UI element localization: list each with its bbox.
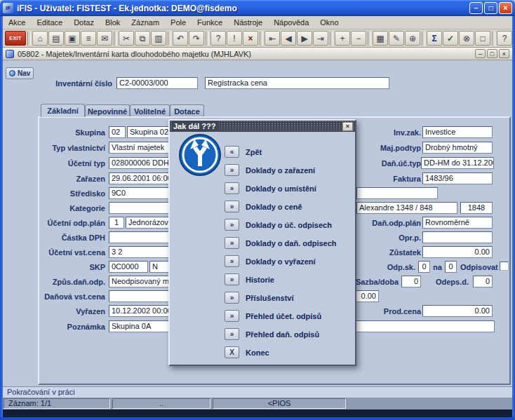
window-titlebar[interactable]: iF iFIS - Uživatel: FISTEST - Ek.jednotk… — [0, 0, 515, 16]
inner-window-titlebar[interactable]: 05802 - Majetek/Inventární karta dlouhod… — [3, 48, 512, 60]
undo-icon[interactable]: ↶ — [173, 31, 188, 46]
odeps-d-field[interactable]: 0 — [473, 276, 493, 287]
odpisovat-checkbox[interactable] — [500, 262, 509, 271]
next-record-icon[interactable]: ▶ — [297, 31, 312, 46]
dialog-action-button[interactable]: » Doklady o úč. odpisech — [225, 219, 337, 231]
inventarni-cislo-field[interactable]: C2-00003/000 — [116, 77, 198, 89]
save-icon[interactable]: ▣ — [65, 31, 80, 46]
tab-dotace[interactable]: Dotace — [170, 104, 204, 117]
dialog-action-button[interactable]: » Příslušenství — [225, 292, 337, 304]
tab-nepovinne[interactable]: Nepovinné — [85, 104, 130, 117]
tab-zakladni[interactable]: Základní — [41, 104, 85, 117]
delete-record-icon[interactable]: − — [351, 31, 366, 46]
vyrazen-label: Vyřazen — [7, 306, 105, 316]
prod-cena-field[interactable]: 0.00 — [422, 305, 493, 317]
exit-icon[interactable]: EXIT — [5, 31, 26, 46]
dialog-action-button[interactable]: » Přehled účet. odpisů — [225, 310, 337, 322]
stredisko-field[interactable]: 9C0 — [109, 187, 169, 199]
danova-vst-cena-label: Daňová vst.cena — [7, 292, 105, 302]
close-button[interactable]: × — [499, 2, 512, 14]
menu-item[interactable]: Nápověda — [268, 17, 314, 28]
help-icon[interactable]: ? — [497, 31, 512, 46]
maj-podtyp-field[interactable]: Drobný hmotný — [422, 142, 493, 154]
dialog-action-button[interactable]: » Doklady o zařazení — [225, 164, 337, 176]
umisteni-field[interactable]: Alexandre 1348 / 848 — [356, 202, 457, 214]
dialog-action-button[interactable]: « Zpět — [225, 146, 337, 158]
edit-icon[interactable]: ✎ — [389, 31, 404, 46]
lock-icon[interactable]: ⊗ — [459, 31, 474, 46]
menu-item[interactable]: Nástroje — [228, 17, 268, 28]
sazba-field[interactable]: 0 — [401, 276, 421, 287]
cut-icon[interactable]: ✂ — [119, 31, 134, 46]
action-arrow-icon: » — [225, 237, 239, 249]
first-record-icon[interactable]: ⇤ — [265, 31, 280, 46]
form-icon — [6, 50, 14, 58]
enter-query-icon[interactable]: ? — [210, 31, 226, 46]
toolbar-separator — [260, 32, 263, 46]
faktura-label: Faktura — [354, 174, 421, 184]
menu-item[interactable]: Okno — [314, 17, 344, 28]
open-icon[interactable]: ▤ — [48, 31, 64, 46]
inv-zak-field[interactable]: Investice — [422, 126, 493, 138]
dialog-action-button[interactable]: » Doklady o daň. odpisech — [225, 237, 337, 249]
castka-dph-label: Částka DPH — [7, 233, 105, 243]
mail-icon[interactable]: ✉ — [97, 31, 112, 46]
copy-icon[interactable]: ⧉ — [135, 31, 150, 46]
nazev-field[interactable]: Registracka cena — [205, 77, 389, 89]
minimize-button[interactable]: – — [469, 2, 483, 14]
skp-field[interactable]: 0C0000 — [109, 261, 148, 273]
skupina-code-field[interactable]: 02 — [109, 126, 126, 138]
list-values-icon[interactable]: ▦ — [373, 31, 388, 46]
menu-item[interactable]: Dotaz — [68, 17, 100, 28]
print-icon[interactable]: ≡ — [81, 31, 96, 46]
dialog-action-button[interactable]: » Přehled daň. odpisů — [225, 328, 337, 340]
inner-close-button[interactable]: × — [499, 49, 509, 58]
dialog-action-button[interactable]: » Doklady o vyřazení — [225, 255, 337, 267]
sum-icon[interactable]: Σ — [427, 31, 442, 46]
attachment-icon[interactable]: ⊕ — [405, 31, 420, 46]
dialog-close-icon[interactable]: × — [342, 122, 353, 131]
menu-item[interactable]: Pole — [165, 17, 192, 28]
redo-icon[interactable]: ↷ — [189, 31, 204, 46]
tab-volitelne[interactable]: Volitelné — [130, 104, 170, 117]
dialog-action-button[interactable]: » Doklady o umístění — [225, 182, 337, 194]
menu-item[interactable]: Funkce — [192, 17, 228, 28]
nav-tab[interactable]: Nav — [6, 67, 34, 79]
zustatek-field[interactable]: 0.00 — [422, 246, 493, 258]
dialog-action-button[interactable]: X Konec — [225, 346, 337, 358]
cancel-query-icon[interactable]: × — [243, 31, 258, 46]
opr-p-field[interactable] — [422, 231, 493, 243]
maximize-button[interactable]: □ — [484, 2, 497, 14]
dialog-action-button[interactable]: » Doklady o ceně — [225, 201, 337, 212]
odp-sk2-field[interactable]: 0 — [445, 261, 457, 273]
last-record-icon[interactable]: ⇥ — [313, 31, 328, 46]
action-label: Přehled účet. odpisů — [246, 312, 321, 320]
dan-uc-typ-field[interactable]: DD-HM do 31.12.2002 — [421, 157, 494, 169]
odeps-d-label: Odeps.d. — [434, 277, 469, 287]
paste-icon[interactable]: ▥ — [151, 31, 166, 46]
dan-odp-plan-field[interactable]: Rovnoměrně — [422, 217, 493, 229]
extra-field[interactable] — [356, 187, 438, 199]
window-list-icon[interactable]: □ — [475, 31, 490, 46]
menu-item[interactable]: Editace — [31, 17, 68, 28]
prev-record-icon[interactable]: ◀ — [281, 31, 296, 46]
faktura-field[interactable]: 1483/96 — [422, 172, 493, 184]
menu-item[interactable]: Akce — [3, 17, 31, 28]
menu-item[interactable]: Záznam — [126, 17, 165, 28]
dialog-titlebar[interactable]: Jak dál ??? × — [170, 121, 355, 132]
execute-query-icon[interactable]: ! — [227, 31, 242, 46]
dialog-action-button[interactable]: » Historie — [225, 273, 337, 285]
action-label: Doklady o úč. odpisech — [246, 221, 332, 229]
home-icon[interactable]: ⌂ — [32, 31, 48, 46]
kategorie-field[interactable] — [109, 202, 169, 214]
toolbar-separator — [114, 32, 117, 46]
commit-icon[interactable]: ✓ — [443, 31, 458, 46]
inner-minimize-button[interactable]: – — [475, 49, 486, 58]
insert-record-icon[interactable]: + — [335, 31, 350, 46]
menu-item[interactable]: Blok — [100, 17, 126, 28]
odp-sk1-field[interactable]: 0 — [418, 261, 430, 273]
toolbar: EXIT⌂▤▣≡✉✂⧉▥↶↷?!×⇤◀▶⇥+−▦✎⊕Σ✓⊗□? — [3, 29, 512, 48]
ucetni-odp-plan-code-field[interactable]: 1 — [109, 217, 124, 229]
inner-restore-button[interactable]: □ — [487, 49, 497, 58]
umisteni-cislo-field[interactable]: 1848 — [460, 202, 493, 214]
